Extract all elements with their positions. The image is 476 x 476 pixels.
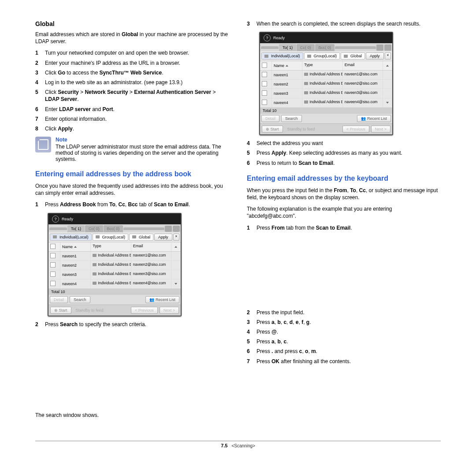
table-row[interactable]: naveen3Individual Address Booknaveen3@si… (48, 270, 181, 279)
table-row[interactable]: naveen2Individual Address Booknaveen2@si… (48, 261, 181, 270)
start-button[interactable]: ⊕ Start (50, 307, 71, 314)
select-all-checkbox[interactable] (50, 244, 56, 249)
scroll-down-icon[interactable] (175, 283, 177, 285)
row-checkbox[interactable] (50, 253, 56, 258)
sort-asc-icon (74, 246, 77, 248)
previous-button[interactable]: < Previous (342, 126, 369, 133)
select-all-checkbox[interactable] (262, 63, 267, 68)
tool-icon[interactable] (376, 45, 383, 51)
recipient-tab[interactable]: Bcc( 0) (104, 225, 123, 232)
detail-button[interactable]: Detail (50, 296, 68, 303)
book-icon (304, 91, 308, 94)
sort-asc-icon (286, 65, 288, 67)
table-row[interactable]: naveen1Individual Address Booknaveen1@si… (260, 71, 392, 80)
keyboard-screenshot-placeholder (247, 236, 441, 306)
page-number: 7.5 (221, 443, 227, 448)
col-type[interactable]: Type (302, 61, 342, 70)
group-filter[interactable]: Group(Local) (93, 234, 129, 241)
search-button[interactable]: Search (70, 296, 90, 303)
keyboard-p1: When you press the input field in the Fr… (247, 187, 441, 201)
recipient-tab[interactable]: Bcc( 0) (315, 44, 335, 51)
address-book-screenshot-1: ?ReadyTo( 1)Cc( 0)Bcc( 0)Individual(Loca… (48, 213, 182, 316)
help-icon[interactable]: ? (264, 34, 271, 41)
table-row[interactable]: naveen2Individual Address Booknaveen2@si… (260, 80, 392, 89)
scroll-up-icon[interactable] (386, 65, 389, 67)
recipient-tab[interactable]: To( 1) (67, 225, 85, 232)
table-row[interactable]: naveen4Individual Address Booknaveen4@si… (260, 98, 392, 108)
group-filter[interactable]: Group(Local) (304, 52, 340, 60)
book-icon (93, 282, 97, 285)
close-icon[interactable]: × (173, 234, 179, 241)
start-button[interactable]: ⊕ Start (262, 126, 283, 133)
col-name[interactable]: Name (272, 61, 302, 70)
next-button[interactable]: Next > (371, 126, 390, 133)
section-label: <Scanning> (231, 443, 255, 448)
note-title: Note (56, 137, 229, 143)
addressbook-heading: Entering email addresses by the address … (35, 170, 229, 178)
address-book-screenshot-2: ?ReadyTo( 1)Cc( 0)Bcc( 0)Individual(Loca… (259, 32, 393, 135)
row-checkbox[interactable] (262, 90, 267, 96)
right-column: 3When the search is completed, the scree… (247, 18, 441, 423)
col-name[interactable]: Name (60, 242, 91, 251)
book-icon (307, 55, 311, 58)
status-ready: Ready (273, 36, 285, 40)
scroll-up-icon[interactable] (175, 246, 177, 248)
back-icon[interactable] (49, 227, 67, 230)
row-checkbox[interactable] (262, 100, 267, 105)
note-body: The LDAP server administrator must store… (56, 144, 229, 162)
book-icon (96, 235, 100, 238)
book-icon (53, 235, 57, 238)
col-type[interactable]: Type (91, 242, 131, 251)
apply-button[interactable]: Apply (366, 52, 384, 60)
search-button[interactable]: Search (281, 115, 302, 122)
addressbook-steps-b: 2Press Search to specify the search crit… (35, 321, 229, 328)
detail-button[interactable]: Detail (261, 115, 279, 122)
total-count: Total 10 (260, 108, 392, 114)
row-checkbox[interactable] (262, 81, 267, 86)
recipient-tab[interactable]: Cc( 0) (85, 225, 103, 232)
search-window-tail: The search window shows. (35, 412, 229, 419)
addressbook-steps-a: 1Press Address Book from To, Cc, Bcc tab… (35, 201, 229, 208)
left-column: Global Email addresses which are stored … (35, 18, 229, 423)
individual-filter[interactable]: Individual(Local) (261, 52, 303, 60)
row-checkbox[interactable] (50, 281, 56, 286)
help-icon[interactable]: ? (52, 216, 59, 223)
next-button[interactable]: Next > (160, 307, 179, 314)
keyboard-steps-a: 1Press From tab from the Scan to Email. (247, 224, 441, 231)
recipient-tab[interactable]: To( 1) (279, 44, 296, 51)
back-icon[interactable] (261, 46, 279, 49)
global-para: Email addresses which are stored in Glob… (35, 31, 229, 45)
book-icon (93, 263, 97, 266)
row-checkbox[interactable] (50, 262, 56, 268)
row-checkbox[interactable] (262, 72, 267, 77)
right-steps-b: 4Select the address you want5Press Apply… (247, 140, 441, 167)
scroll-down-icon[interactable] (386, 102, 389, 104)
individual-filter[interactable]: Individual(Local) (50, 234, 92, 241)
book-icon (344, 55, 348, 58)
tool-icon[interactable] (165, 226, 172, 232)
previous-button[interactable]: < Previous (131, 307, 158, 314)
close-icon[interactable]: × (385, 52, 391, 60)
right-steps-a: 3When the search is completed, the scree… (247, 20, 441, 27)
global-filter[interactable]: Global (129, 234, 153, 241)
recent-list-button[interactable]: 👥 Recent List (357, 115, 391, 122)
recipient-tab[interactable]: Cc( 0) (297, 44, 315, 51)
global-filter[interactable]: Global (341, 52, 365, 60)
total-count: Total 10 (48, 289, 181, 295)
recent-list-button[interactable]: 👥 Recent List (145, 296, 179, 303)
col-email[interactable]: Email (343, 61, 383, 70)
book-icon (304, 100, 308, 104)
table-row[interactable]: naveen3Individual Address Booknaveen3@si… (260, 89, 392, 98)
people-icon: 👥 (149, 298, 156, 302)
home-icon[interactable] (173, 226, 180, 232)
status-ready: Ready (62, 217, 73, 221)
global-steps: 1Turn your networked computer on and ope… (35, 49, 229, 132)
table-row[interactable]: naveen1Individual Address Booknaveen1@si… (48, 252, 181, 261)
apply-button[interactable]: Apply (154, 234, 172, 241)
global-heading: Global (35, 20, 229, 27)
note-icon (35, 137, 51, 152)
col-email[interactable]: Email (131, 242, 171, 251)
home-icon[interactable] (384, 45, 391, 51)
table-row[interactable]: naveen4Individual Address Booknaveen4@si… (48, 279, 181, 289)
row-checkbox[interactable] (50, 271, 56, 277)
